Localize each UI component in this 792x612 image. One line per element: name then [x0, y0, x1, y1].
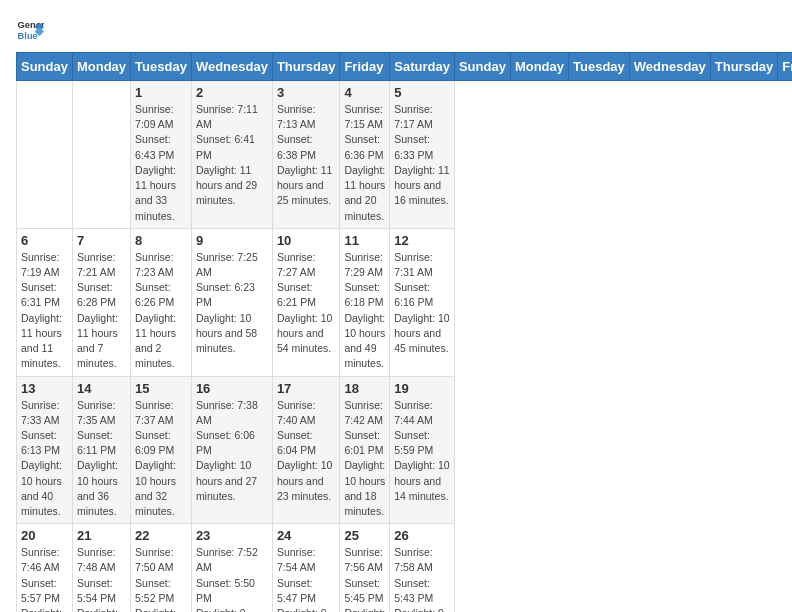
day-number: 9	[196, 233, 268, 248]
calendar-cell: 2Sunrise: 7:11 AM Sunset: 6:41 PM Daylig…	[191, 81, 272, 229]
day-header-wednesday: Wednesday	[191, 53, 272, 81]
day-content: Sunrise: 7:15 AM Sunset: 6:36 PM Dayligh…	[344, 102, 385, 224]
day-header-saturday: Saturday	[390, 53, 455, 81]
page-header: General Blue	[16, 16, 776, 44]
day-content: Sunrise: 7:13 AM Sunset: 6:38 PM Dayligh…	[277, 102, 336, 209]
calendar-cell: 13Sunrise: 7:33 AM Sunset: 6:13 PM Dayli…	[17, 376, 73, 524]
day-number: 20	[21, 528, 68, 543]
day-number: 4	[344, 85, 385, 100]
day-content: Sunrise: 7:25 AM Sunset: 6:23 PM Dayligh…	[196, 250, 268, 357]
calendar-cell: 12Sunrise: 7:31 AM Sunset: 6:16 PM Dayli…	[390, 228, 455, 376]
calendar-cell: 15Sunrise: 7:37 AM Sunset: 6:09 PM Dayli…	[131, 376, 192, 524]
day-header-tuesday: Tuesday	[131, 53, 192, 81]
calendar-cell: 10Sunrise: 7:27 AM Sunset: 6:21 PM Dayli…	[272, 228, 340, 376]
day-content: Sunrise: 7:52 AM Sunset: 5:50 PM Dayligh…	[196, 545, 268, 612]
day-number: 1	[135, 85, 187, 100]
day-number: 14	[77, 381, 126, 396]
day-number: 23	[196, 528, 268, 543]
day-content: Sunrise: 7:58 AM Sunset: 5:43 PM Dayligh…	[394, 545, 450, 612]
day-number: 21	[77, 528, 126, 543]
calendar-cell: 8Sunrise: 7:23 AM Sunset: 6:26 PM Daylig…	[131, 228, 192, 376]
day-header-thursday: Thursday	[710, 53, 778, 81]
calendar-cell: 17Sunrise: 7:40 AM Sunset: 6:04 PM Dayli…	[272, 376, 340, 524]
day-header-tuesday: Tuesday	[569, 53, 630, 81]
day-number: 8	[135, 233, 187, 248]
day-number: 10	[277, 233, 336, 248]
day-header-monday: Monday	[510, 53, 568, 81]
day-number: 15	[135, 381, 187, 396]
logo-icon: General Blue	[16, 16, 44, 44]
calendar-cell: 9Sunrise: 7:25 AM Sunset: 6:23 PM Daylig…	[191, 228, 272, 376]
day-number: 22	[135, 528, 187, 543]
calendar-table: SundayMondayTuesdayWednesdayThursdayFrid…	[16, 52, 792, 612]
calendar-cell: 24Sunrise: 7:54 AM Sunset: 5:47 PM Dayli…	[272, 524, 340, 612]
calendar-cell: 19Sunrise: 7:44 AM Sunset: 5:59 PM Dayli…	[390, 376, 455, 524]
calendar-week-2: 6Sunrise: 7:19 AM Sunset: 6:31 PM Daylig…	[17, 228, 793, 376]
day-header-sunday: Sunday	[17, 53, 73, 81]
day-header-friday: Friday	[778, 53, 792, 81]
day-header-friday: Friday	[340, 53, 390, 81]
calendar-cell: 20Sunrise: 7:46 AM Sunset: 5:57 PM Dayli…	[17, 524, 73, 612]
day-number: 5	[394, 85, 450, 100]
day-number: 2	[196, 85, 268, 100]
day-content: Sunrise: 7:19 AM Sunset: 6:31 PM Dayligh…	[21, 250, 68, 372]
day-content: Sunrise: 7:54 AM Sunset: 5:47 PM Dayligh…	[277, 545, 336, 612]
calendar-cell: 3Sunrise: 7:13 AM Sunset: 6:38 PM Daylig…	[272, 81, 340, 229]
calendar-week-1: 1Sunrise: 7:09 AM Sunset: 6:43 PM Daylig…	[17, 81, 793, 229]
calendar-week-3: 13Sunrise: 7:33 AM Sunset: 6:13 PM Dayli…	[17, 376, 793, 524]
day-number: 25	[344, 528, 385, 543]
day-content: Sunrise: 7:09 AM Sunset: 6:43 PM Dayligh…	[135, 102, 187, 224]
day-content: Sunrise: 7:48 AM Sunset: 5:54 PM Dayligh…	[77, 545, 126, 612]
day-content: Sunrise: 7:17 AM Sunset: 6:33 PM Dayligh…	[394, 102, 450, 209]
day-content: Sunrise: 7:21 AM Sunset: 6:28 PM Dayligh…	[77, 250, 126, 372]
day-content: Sunrise: 7:37 AM Sunset: 6:09 PM Dayligh…	[135, 398, 187, 520]
calendar-cell: 5Sunrise: 7:17 AM Sunset: 6:33 PM Daylig…	[390, 81, 455, 229]
calendar-cell: 21Sunrise: 7:48 AM Sunset: 5:54 PM Dayli…	[72, 524, 130, 612]
calendar-cell: 16Sunrise: 7:38 AM Sunset: 6:06 PM Dayli…	[191, 376, 272, 524]
day-content: Sunrise: 7:27 AM Sunset: 6:21 PM Dayligh…	[277, 250, 336, 357]
calendar-cell: 14Sunrise: 7:35 AM Sunset: 6:11 PM Dayli…	[72, 376, 130, 524]
calendar-cell: 7Sunrise: 7:21 AM Sunset: 6:28 PM Daylig…	[72, 228, 130, 376]
day-number: 19	[394, 381, 450, 396]
day-content: Sunrise: 7:40 AM Sunset: 6:04 PM Dayligh…	[277, 398, 336, 505]
day-number: 26	[394, 528, 450, 543]
calendar-cell: 11Sunrise: 7:29 AM Sunset: 6:18 PM Dayli…	[340, 228, 390, 376]
calendar-cell: 18Sunrise: 7:42 AM Sunset: 6:01 PM Dayli…	[340, 376, 390, 524]
day-content: Sunrise: 7:29 AM Sunset: 6:18 PM Dayligh…	[344, 250, 385, 372]
calendar-header-row: SundayMondayTuesdayWednesdayThursdayFrid…	[17, 53, 793, 81]
day-content: Sunrise: 7:38 AM Sunset: 6:06 PM Dayligh…	[196, 398, 268, 505]
day-header-sunday: Sunday	[454, 53, 510, 81]
logo: General Blue	[16, 16, 48, 44]
day-number: 18	[344, 381, 385, 396]
day-content: Sunrise: 7:23 AM Sunset: 6:26 PM Dayligh…	[135, 250, 187, 372]
day-content: Sunrise: 7:31 AM Sunset: 6:16 PM Dayligh…	[394, 250, 450, 357]
day-content: Sunrise: 7:35 AM Sunset: 6:11 PM Dayligh…	[77, 398, 126, 520]
calendar-cell: 6Sunrise: 7:19 AM Sunset: 6:31 PM Daylig…	[17, 228, 73, 376]
day-number: 17	[277, 381, 336, 396]
day-content: Sunrise: 7:44 AM Sunset: 5:59 PM Dayligh…	[394, 398, 450, 505]
calendar-cell: 1Sunrise: 7:09 AM Sunset: 6:43 PM Daylig…	[131, 81, 192, 229]
day-content: Sunrise: 7:42 AM Sunset: 6:01 PM Dayligh…	[344, 398, 385, 520]
svg-text:Blue: Blue	[18, 31, 38, 41]
day-number: 3	[277, 85, 336, 100]
day-number: 11	[344, 233, 385, 248]
day-content: Sunrise: 7:11 AM Sunset: 6:41 PM Dayligh…	[196, 102, 268, 209]
day-content: Sunrise: 7:46 AM Sunset: 5:57 PM Dayligh…	[21, 545, 68, 612]
day-content: Sunrise: 7:56 AM Sunset: 5:45 PM Dayligh…	[344, 545, 385, 612]
day-number: 24	[277, 528, 336, 543]
day-number: 6	[21, 233, 68, 248]
calendar-cell	[17, 81, 73, 229]
calendar-cell	[72, 81, 130, 229]
day-header-monday: Monday	[72, 53, 130, 81]
calendar-week-4: 20Sunrise: 7:46 AM Sunset: 5:57 PM Dayli…	[17, 524, 793, 612]
day-content: Sunrise: 7:50 AM Sunset: 5:52 PM Dayligh…	[135, 545, 187, 612]
calendar-cell: 23Sunrise: 7:52 AM Sunset: 5:50 PM Dayli…	[191, 524, 272, 612]
day-number: 7	[77, 233, 126, 248]
calendar-cell: 25Sunrise: 7:56 AM Sunset: 5:45 PM Dayli…	[340, 524, 390, 612]
day-header-thursday: Thursday	[272, 53, 340, 81]
day-content: Sunrise: 7:33 AM Sunset: 6:13 PM Dayligh…	[21, 398, 68, 520]
calendar-cell: 26Sunrise: 7:58 AM Sunset: 5:43 PM Dayli…	[390, 524, 455, 612]
day-number: 12	[394, 233, 450, 248]
day-number: 13	[21, 381, 68, 396]
calendar-cell: 4Sunrise: 7:15 AM Sunset: 6:36 PM Daylig…	[340, 81, 390, 229]
